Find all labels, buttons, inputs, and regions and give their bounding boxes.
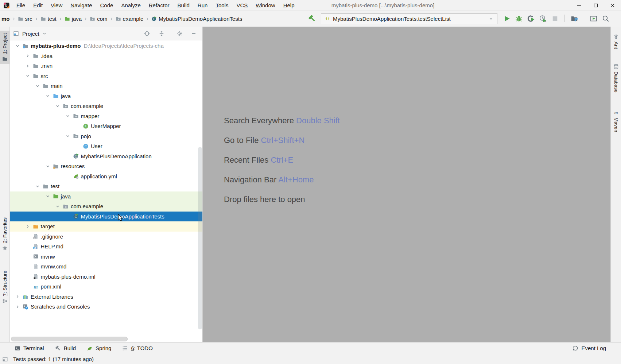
project-tree: mybatis-plus-demoD:\IdeaProjects\IdeaPro… [10, 41, 202, 312]
stripe-tab-7-structure[interactable]: 7: Structure [0, 268, 9, 306]
tree-item-scratches-and-consoles[interactable]: Scratches and Consoles [10, 302, 202, 312]
tree-item-com-example[interactable]: com.example [10, 201, 202, 212]
breadcrumb-item-java[interactable]: java [64, 16, 83, 22]
vertical-scrollbar[interactable] [198, 147, 202, 329]
chevron-down-icon[interactable] [63, 133, 73, 139]
breadcrumb-item-mo[interactable]: mo [1, 16, 11, 22]
tree-item-external-libraries[interactable]: External Libraries [10, 292, 202, 302]
chevron-right-icon[interactable] [23, 224, 32, 229]
run-with-coverage-button[interactable] [527, 15, 535, 22]
tool-window-toggle-icon[interactable] [2, 356, 8, 362]
build-project-button[interactable] [308, 15, 316, 23]
chevron-right-icon[interactable] [23, 63, 32, 69]
chevron-down-icon[interactable] [43, 164, 53, 169]
chevron-down-icon[interactable] [488, 16, 494, 22]
stripe-tab-database[interactable]: Database [611, 62, 621, 95]
chevron-right-icon[interactable] [13, 304, 22, 309]
navigation-bar: mosrctestjavacomexampleCMybatisPlusDemoA… [0, 11, 621, 27]
toolwindow-button-6-todo[interactable]: 6: TODO [122, 345, 152, 351]
hint-navigation-bar: Navigation Bar Alt+Home [224, 175, 340, 185]
tree-item-java[interactable]: java [10, 191, 202, 202]
tree-item-src[interactable]: src [10, 71, 202, 81]
menu-analyze[interactable]: Analyze [117, 0, 144, 11]
tree-item-java[interactable]: java [10, 91, 202, 101]
stripe-tab-maven[interactable]: m Maven [611, 108, 621, 135]
tree-item-usermapper[interactable]: IUserMapper [10, 121, 202, 131]
chevron-down-icon[interactable] [33, 184, 42, 189]
breadcrumb-item-mybatisplusdemoapplicationtests[interactable]: CMybatisPlusDemoApplicationTests [151, 16, 243, 22]
tree-item-user[interactable]: CUser [10, 141, 202, 151]
tree-item-help-md[interactable]: MDHELP.md [10, 241, 202, 252]
chevron-down-icon[interactable] [42, 31, 47, 36]
menu-window[interactable]: Window [252, 0, 279, 11]
event-log-button[interactable]: Event Log [573, 342, 606, 354]
chevron-down-icon[interactable] [43, 194, 53, 199]
run-button[interactable] [503, 15, 511, 22]
run-tool-window-button[interactable] [590, 15, 597, 22]
chevron-down-icon[interactable] [33, 84, 42, 89]
chevron-right-icon[interactable] [23, 53, 32, 58]
toolwindow-button-build[interactable]: Build [55, 345, 76, 351]
maximize-button[interactable] [587, 0, 604, 11]
menu-tools[interactable]: Tools [211, 0, 232, 11]
tree-item-mvn[interactable]: .mvn [10, 61, 202, 71]
menu-code[interactable]: Code [96, 0, 117, 11]
collapse-all-button[interactable] [159, 31, 164, 36]
chevron-down-icon[interactable] [13, 43, 22, 49]
tree-item-mapper[interactable]: mapper [10, 111, 202, 121]
tree-item-main[interactable]: main [10, 81, 202, 91]
toolwindow-button-terminal[interactable]: Terminal [15, 345, 44, 351]
chevron-down-icon[interactable] [53, 104, 62, 109]
menu-file[interactable]: File [12, 0, 29, 11]
menu-view[interactable]: View [47, 0, 66, 11]
menu-refactor[interactable]: Refactor [145, 0, 174, 11]
tree-item-mvnw[interactable]: mvnw [10, 252, 202, 262]
tree-item-mybatisplusdemoapplication[interactable]: CMybatisPlusDemoApplication [10, 151, 202, 162]
chevron-down-icon[interactable] [43, 93, 53, 98]
menu-vcs[interactable]: VCS [232, 0, 252, 11]
hide-panel-button[interactable] [191, 31, 197, 36]
search-everywhere-button[interactable] [602, 15, 609, 22]
tree-item-pojo[interactable]: pojo [10, 131, 202, 142]
tree-item-resources[interactable]: resources [10, 161, 202, 171]
minimize-button[interactable] [571, 0, 587, 11]
tree-item-application-yml[interactable]: application.yml [10, 171, 202, 182]
stripe-tab-ant[interactable]: Ant [611, 32, 621, 51]
menu-build[interactable]: Build [173, 0, 193, 11]
settings-button[interactable] [177, 31, 183, 36]
close-button[interactable] [604, 0, 621, 11]
breadcrumb-item-example[interactable]: example [115, 16, 144, 22]
project-structure-button[interactable] [571, 15, 578, 22]
chevron-down-icon[interactable] [63, 113, 73, 119]
tree-item-target[interactable]: target [10, 221, 202, 232]
menu-edit[interactable]: Edit [29, 0, 47, 11]
profiler-button[interactable] [539, 15, 547, 22]
tree-item-idea[interactable]: .idea [10, 51, 202, 61]
tree-item-mybatis-plus-demo[interactable]: mybatis-plus-demoD:\IdeaProjects\IdeaPro… [10, 41, 202, 51]
stripe-tab-1-project[interactable]: 1: Project [0, 31, 9, 64]
breadcrumb-item-test[interactable]: test [40, 16, 57, 22]
chevron-down-icon[interactable] [23, 73, 32, 78]
tree-item-mybatis-plus-demo-iml[interactable]: mybatis-plus-demo.iml [10, 272, 202, 282]
locate-file-button[interactable] [144, 31, 150, 36]
toolwindow-button-spring[interactable]: Spring [87, 345, 111, 351]
menu-help[interactable]: Help [279, 0, 299, 11]
tree-item-label: mapper [81, 113, 100, 119]
tree-item-gitignore[interactable]: .gitignore [10, 232, 202, 242]
chevron-down-icon[interactable] [53, 204, 62, 209]
chevron-right-icon[interactable] [13, 294, 22, 299]
debug-button[interactable] [515, 15, 523, 22]
tree-item-test[interactable]: test [10, 181, 202, 191]
tree-item-pom-xml[interactable]: mpom.xml [10, 282, 202, 292]
tree-item-com-example[interactable]: com.example [10, 101, 202, 111]
stripe-tab-2-favorites[interactable]: 2: Favorites [0, 215, 9, 253]
menu-navigate[interactable]: Navigate [66, 0, 96, 11]
breadcrumb-item-src[interactable]: src [17, 16, 33, 22]
breadcrumb-item-com[interactable]: com [89, 16, 108, 22]
run-configuration-select[interactable]: MybatisPlusDemoApplicationTests.testSele… [321, 13, 497, 24]
menu-run[interactable]: Run [194, 0, 212, 11]
tree-item-mvnw-cmd[interactable]: mvnw.cmd [10, 262, 202, 272]
horizontal-scrollbar[interactable] [11, 337, 128, 341]
gear-icon [177, 31, 183, 36]
tree-item-mybatisplusdemoapplicationtests[interactable]: CMybatisPlusDemoApplicationTests [10, 212, 202, 222]
